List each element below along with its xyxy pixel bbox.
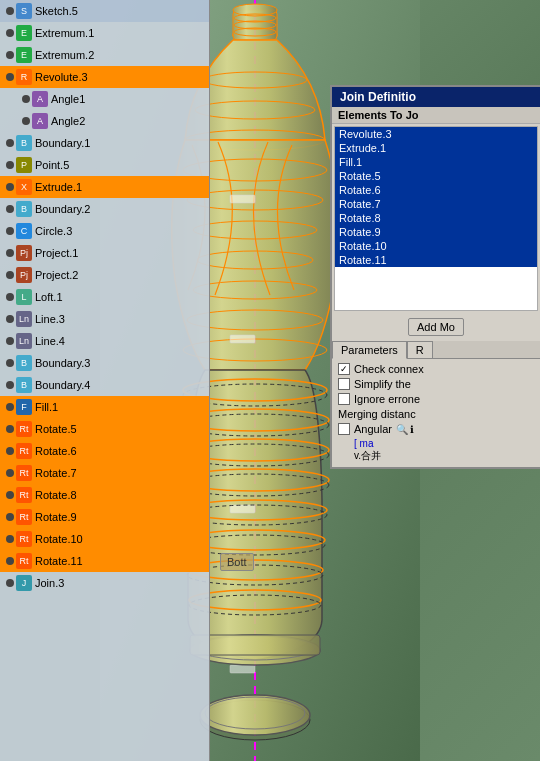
tree-item-rotate5[interactable]: RtRotate.5: [0, 418, 209, 440]
tree-bullet: [6, 315, 14, 323]
tree-bullet: [6, 491, 14, 499]
elements-list-item[interactable]: Revolute.3: [335, 127, 537, 141]
tree-bullet: [6, 557, 14, 565]
tree-icon-rotate: Rt: [16, 487, 32, 503]
tree-bullet: [6, 513, 14, 521]
chinese-label-row: v.合并: [338, 449, 534, 463]
tree-item-project1[interactable]: PjProject.1: [0, 242, 209, 264]
angular-row: Angular 🔍 ℹ: [338, 423, 534, 435]
ignore-checkbox[interactable]: [338, 393, 350, 405]
tree-item-join3[interactable]: JJoin.3: [0, 572, 209, 594]
tree-label: Extremum.1: [35, 27, 94, 39]
tree-label: Extremum.2: [35, 49, 94, 61]
tree-bullet: [6, 29, 14, 37]
tab-r[interactable]: R: [407, 341, 433, 358]
tree-item-angle1[interactable]: AAngle1: [0, 88, 209, 110]
tree-item-boundary1[interactable]: BBoundary.1: [0, 132, 209, 154]
tree-item-extremum2[interactable]: EExtremum.2: [0, 44, 209, 66]
elements-list-item[interactable]: Rotate.8: [335, 211, 537, 225]
tree-item-point5[interactable]: PPoint.5: [0, 154, 209, 176]
tree-label: Extrude.1: [35, 181, 82, 193]
tree-bullet: [6, 579, 14, 587]
tree-bullet: [6, 381, 14, 389]
elements-list-item[interactable]: Rotate.7: [335, 197, 537, 211]
tree-bullet: [6, 73, 14, 81]
tree-item-rotate11[interactable]: RtRotate.11: [0, 550, 209, 572]
tree-item-sketch5[interactable]: SSketch.5: [0, 0, 209, 22]
tree-item-boundary4[interactable]: BBoundary.4: [0, 374, 209, 396]
tree-item-rotate8[interactable]: RtRotate.8: [0, 484, 209, 506]
tree-label: Point.5: [35, 159, 69, 171]
tree-bullet: [6, 469, 14, 477]
tree-item-extrude1[interactable]: XExtrude.1: [0, 176, 209, 198]
elements-list-item[interactable]: Rotate.9: [335, 225, 537, 239]
tree-item-line4[interactable]: LnLine.4: [0, 330, 209, 352]
simplify-label: Simplify the: [354, 378, 411, 390]
tree-item-circle3[interactable]: CCircle.3: [0, 220, 209, 242]
tree-label: Revolute.3: [35, 71, 88, 83]
tree-item-revolute3[interactable]: RRevolute.3: [0, 66, 209, 88]
simplify-row: Simplify the: [338, 378, 534, 390]
tree-item-project2[interactable]: PjProject.2: [0, 264, 209, 286]
ignore-row: Ignore errone: [338, 393, 534, 405]
tree-item-loft1[interactable]: LLoft.1: [0, 286, 209, 308]
tree-label: Rotate.11: [35, 555, 83, 567]
tree-item-extremum1[interactable]: EExtremum.1: [0, 22, 209, 44]
tree-label: Join.3: [35, 577, 64, 589]
tree-item-rotate9[interactable]: RtRotate.9: [0, 506, 209, 528]
elements-label: Elements To Jo: [332, 107, 540, 124]
info-icon: ℹ: [410, 424, 414, 435]
tree-item-rotate10[interactable]: RtRotate.10: [0, 528, 209, 550]
tree-icon-sketch: S: [16, 3, 32, 19]
elements-list-item[interactable]: Fill.1: [335, 155, 537, 169]
check-connexity-checkbox[interactable]: [338, 363, 350, 375]
tree-label: Boundary.4: [35, 379, 90, 391]
tree-icon-point: P: [16, 157, 32, 173]
tree-icon-extrude: X: [16, 179, 32, 195]
tree-icon-join: J: [16, 575, 32, 591]
tree-label: Line.4: [35, 335, 65, 347]
add-more-button[interactable]: Add Mo: [408, 318, 464, 336]
tree-icon-revolute: R: [16, 69, 32, 85]
tree-bullet: [6, 535, 14, 543]
merging-distance-row: Merging distanc: [338, 408, 534, 420]
dialog-title: Join Definitio: [332, 87, 540, 107]
tree-item-rotate7[interactable]: RtRotate.7: [0, 462, 209, 484]
tree-label: Boundary.2: [35, 203, 90, 215]
elements-list-item[interactable]: Extrude.1: [335, 141, 537, 155]
tree-item-rotate6[interactable]: RtRotate.6: [0, 440, 209, 462]
tree-icon-project: Pj: [16, 267, 32, 283]
svg-rect-19: [230, 335, 255, 343]
angular-checkbox[interactable]: [338, 423, 350, 435]
tree-icon-line: Ln: [16, 333, 32, 349]
tree-item-boundary3[interactable]: BBoundary.3: [0, 352, 209, 374]
simplify-checkbox[interactable]: [338, 378, 350, 390]
tree-label: Rotate.8: [35, 489, 77, 501]
tree-icon-rotate: Rt: [16, 465, 32, 481]
tree-item-boundary2[interactable]: BBoundary.2: [0, 198, 209, 220]
tree-bullet: [6, 403, 14, 411]
tree-bullet: [6, 447, 14, 455]
tree-label: Project.2: [35, 269, 78, 281]
tree-icon-circle: C: [16, 223, 32, 239]
elements-list-item[interactable]: Rotate.11: [335, 253, 537, 267]
elements-list-item[interactable]: Rotate.10: [335, 239, 537, 253]
dialog-parameters: Check connex Simplify the Ignore errone …: [332, 359, 540, 467]
tree-item-fill1[interactable]: FFill.1: [0, 396, 209, 418]
tree-item-line3[interactable]: LnLine.3: [0, 308, 209, 330]
tab-parameters[interactable]: Parameters: [332, 341, 407, 359]
elements-list-item[interactable]: Rotate.6: [335, 183, 537, 197]
svg-rect-18: [230, 195, 255, 203]
tree-icon-angle: A: [32, 91, 48, 107]
feature-tree: SSketch.5EExtremum.1EExtremum.2RRevolute…: [0, 0, 210, 761]
elements-list-item[interactable]: Rotate.5: [335, 169, 537, 183]
svg-rect-20: [230, 505, 255, 513]
tree-bullet: [6, 293, 14, 301]
tree-item-angle2[interactable]: AAngle2: [0, 110, 209, 132]
tree-bullet: [6, 425, 14, 433]
tree-bullet: [6, 7, 14, 15]
tree-icon-extremum: E: [16, 47, 32, 63]
tree-icon-angle: A: [32, 113, 48, 129]
tree-bullet: [22, 117, 30, 125]
tree-bullet: [22, 95, 30, 103]
